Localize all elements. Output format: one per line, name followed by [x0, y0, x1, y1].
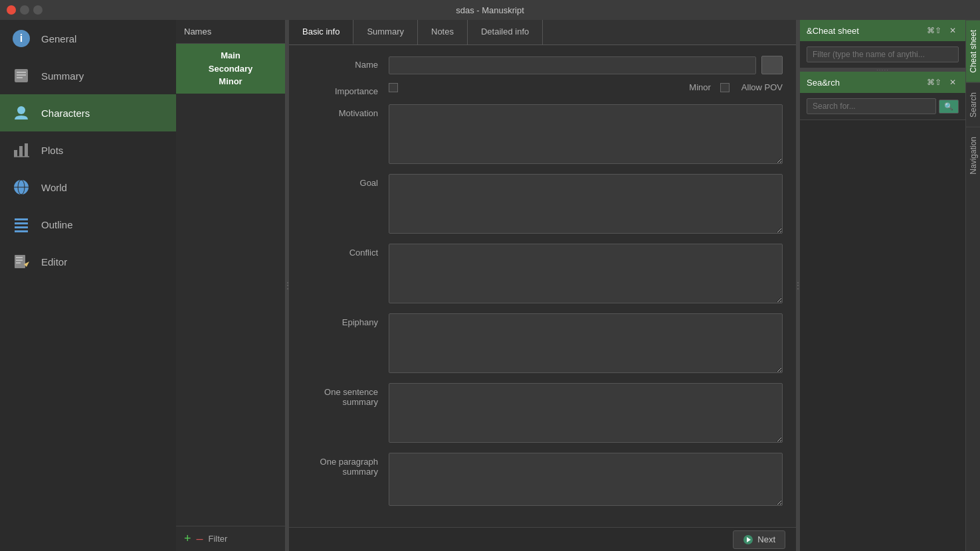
- next-label: Next: [757, 534, 775, 544]
- sidebar-item-world[interactable]: World: [0, 169, 176, 206]
- window-title: sdas - Manuskript: [456, 5, 524, 15]
- tab-summary[interactable]: Summary: [353, 20, 418, 44]
- svg-rect-21: [16, 262, 21, 264]
- epiphany-row: Epiphany: [302, 313, 783, 375]
- sidebar-item-plots[interactable]: Plots: [0, 131, 176, 169]
- conflict-label: Conflict: [302, 244, 389, 258]
- titlebar: sdas - Manuskript: [0, 0, 980, 20]
- one-sentence-row: One sentence summary: [302, 383, 783, 445]
- conflict-row: Conflict: [302, 244, 783, 305]
- footer-bar: Next: [289, 527, 796, 551]
- sidebar-item-general[interactable]: i General: [0, 20, 176, 57]
- window-controls: [7, 5, 43, 15]
- importance-label: Importance: [302, 82, 389, 96]
- name-item-main[interactable]: Main Secondary Minor: [176, 44, 285, 94]
- svg-rect-19: [16, 257, 23, 258]
- close-button[interactable]: [7, 5, 16, 15]
- name-label: Name: [302, 56, 389, 70]
- content-area: Basic info Summary Notes Detailed info N…: [289, 20, 796, 551]
- sidebar-item-editor[interactable]: Editor: [0, 243, 176, 280]
- cheat-sheet-header: &Cheat sheet ⌘⇧ ✕: [800, 20, 965, 41]
- cheat-sheet-btn1[interactable]: ⌘⇧: [924, 25, 944, 36]
- names-header: Names: [176, 20, 285, 44]
- side-tab-navigation[interactable]: Navigation: [966, 127, 980, 184]
- sidebar-label-summary: Summary: [41, 70, 84, 82]
- minor-checkbox[interactable]: [720, 83, 730, 92]
- remove-character-button[interactable]: –: [197, 532, 203, 546]
- goal-textarea[interactable]: [389, 174, 783, 234]
- svg-rect-5: [17, 77, 23, 78]
- epiphany-textarea[interactable]: [389, 313, 783, 373]
- search-close-btn[interactable]: ✕: [947, 77, 959, 88]
- outline-icon: [11, 214, 32, 235]
- name-input[interactable]: [389, 56, 756, 74]
- search-input[interactable]: [807, 98, 936, 114]
- svg-text:i: i: [20, 33, 23, 44]
- one-paragraph-label: One paragraph summary: [302, 453, 389, 477]
- sidebar-label-outline: Outline: [41, 219, 73, 230]
- minimize-button[interactable]: [20, 5, 29, 15]
- side-tab-strip: Cheat sheet Search Navigation: [965, 20, 980, 551]
- svg-rect-9: [25, 143, 28, 157]
- search-submit-button[interactable]: 🔍: [939, 100, 959, 114]
- cheat-sheet-title: &Cheat sheet: [807, 26, 859, 36]
- one-sentence-textarea[interactable]: [389, 383, 783, 443]
- allow-pov-label: Allow POV: [741, 82, 783, 92]
- info-icon: i: [11, 28, 32, 49]
- sidebar-label-characters: Characters: [41, 108, 90, 119]
- sidebar: i General Summary: [0, 20, 176, 551]
- svg-rect-15: [15, 222, 28, 224]
- characters-icon: [11, 102, 32, 123]
- importance-checkbox[interactable]: [389, 83, 398, 92]
- filter-label: Filter: [209, 534, 228, 544]
- svg-rect-20: [16, 260, 23, 261]
- motivation-textarea[interactable]: [389, 104, 783, 164]
- svg-rect-7: [14, 150, 17, 157]
- search-panel-body: 🔍: [800, 93, 965, 119]
- sidebar-item-summary[interactable]: Summary: [0, 57, 176, 94]
- side-tab-cheat-sheet[interactable]: Cheat sheet: [966, 20, 980, 82]
- search-panel: Sea&rch ⌘⇧ ✕ 🔍: [800, 72, 965, 120]
- cheat-sheet-body: [800, 41, 965, 68]
- maximize-button[interactable]: [33, 5, 43, 15]
- svg-rect-3: [17, 72, 26, 73]
- minor-label: Minor: [689, 82, 711, 92]
- svg-rect-16: [15, 226, 28, 228]
- sidebar-item-outline[interactable]: Outline: [0, 206, 176, 243]
- cheat-sheet-close-btn[interactable]: ✕: [947, 25, 959, 36]
- svg-rect-4: [17, 74, 26, 76]
- names-list: Main Secondary Minor: [176, 44, 285, 526]
- cheat-sheet-filter-input[interactable]: [807, 46, 959, 62]
- search-panel-header: Sea&rch ⌘⇧ ✕: [800, 72, 965, 93]
- conflict-textarea[interactable]: [389, 244, 783, 303]
- next-button[interactable]: Next: [733, 530, 785, 549]
- svg-rect-8: [19, 146, 23, 157]
- world-icon: [11, 177, 32, 198]
- sidebar-label-world: World: [41, 182, 67, 193]
- motivation-label: Motivation: [302, 104, 389, 118]
- form-content: Name Importance Minor Allow POV: [289, 45, 796, 527]
- svg-rect-17: [15, 230, 28, 232]
- tab-bar: Basic info Summary Notes Detailed info: [289, 20, 796, 45]
- cheat-sheet-panel: &Cheat sheet ⌘⇧ ✕: [800, 20, 965, 68]
- tab-notes[interactable]: Notes: [418, 20, 468, 44]
- tab-detailed-info[interactable]: Detailed info: [468, 20, 543, 44]
- color-picker-button[interactable]: [761, 56, 783, 74]
- names-footer: + – Filter: [176, 526, 285, 551]
- editor-icon: [11, 251, 32, 272]
- svg-rect-14: [15, 218, 28, 220]
- sidebar-label-general: General: [41, 33, 76, 44]
- search-btn1[interactable]: ⌘⇧: [924, 77, 944, 88]
- epiphany-label: Epiphany: [302, 313, 389, 327]
- side-tab-search[interactable]: Search: [966, 82, 980, 127]
- add-character-button[interactable]: +: [184, 532, 191, 546]
- one-paragraph-textarea[interactable]: [389, 453, 783, 506]
- names-panel: Names Main Secondary Minor + – Filter: [176, 20, 286, 551]
- name-field-wrap: [389, 56, 783, 74]
- summary-icon: [11, 65, 32, 86]
- goal-label: Goal: [302, 174, 389, 188]
- one-sentence-label: One sentence summary: [302, 383, 389, 407]
- one-paragraph-row: One paragraph summary: [302, 453, 783, 508]
- sidebar-item-characters[interactable]: Characters: [0, 94, 176, 131]
- tab-basic-info[interactable]: Basic info: [289, 20, 353, 44]
